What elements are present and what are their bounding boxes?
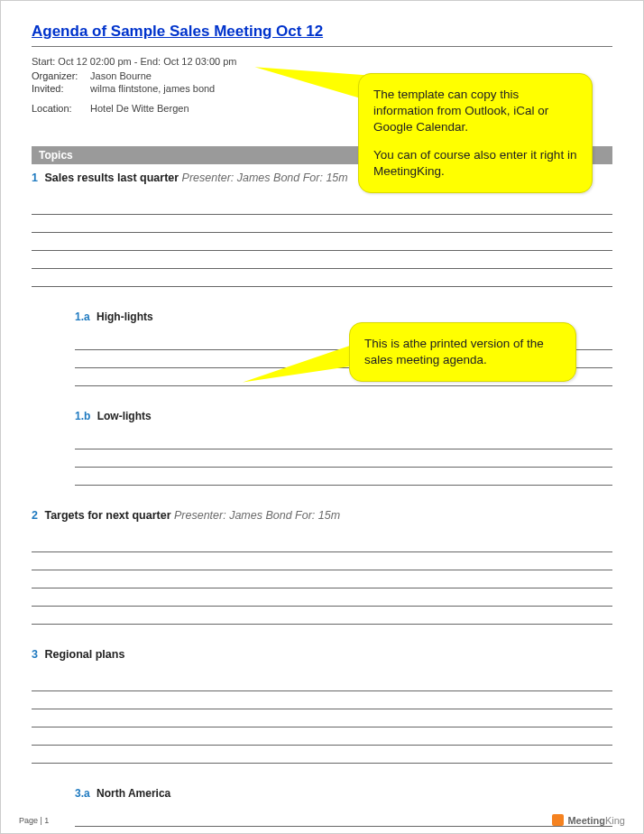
title-rule (32, 46, 612, 47)
annotation-callout: The template can copy this information f… (358, 73, 593, 193)
subtopic-title: North America (97, 787, 170, 800)
location-value: Hotel De Witte Bergen (90, 103, 189, 114)
subtopic-row: 1.b Low-lights (75, 410, 612, 422)
subtopic-number: 3.a (75, 787, 90, 800)
topic-number: 3 (32, 648, 38, 661)
callout-text: You can of course also enter it right in… (373, 147, 577, 180)
subtopic-row: 3.a North America (75, 787, 612, 800)
writing-lines (75, 431, 612, 486)
page-footer: Page | 1 MeetingKing (19, 814, 625, 826)
callout-text: The template can copy this information f… (373, 87, 577, 136)
subtopic-number: 1.b (75, 410, 90, 422)
topic-meta: Presenter: James Bond For: 15m (182, 171, 348, 184)
subtopic-row: 1.a High-lights (75, 310, 612, 323)
writing-lines (32, 673, 612, 764)
invited-value: wilma flintstone, james bond (90, 83, 215, 94)
subtopic-number: 1.a (75, 310, 90, 323)
writing-lines (32, 534, 612, 625)
page-number: Page | 1 (19, 816, 49, 825)
writing-lines (32, 197, 612, 287)
subtopic-title: Low-lights (97, 410, 152, 422)
location-label: Location: (32, 103, 87, 114)
subtopic-title: High-lights (97, 310, 153, 323)
brand-text: MeetingKing (567, 815, 625, 826)
topic-title: Sales results last quarter (44, 171, 179, 184)
topic-title: Targets for next quarter (44, 509, 170, 522)
organizer-value: Jason Bourne (90, 70, 152, 81)
annotation-callout: This is athe printed version of the sale… (349, 322, 576, 382)
invited-label: Invited: (32, 83, 87, 94)
document-title: Agenda of Sample Sales Meeting Oct 12 (32, 23, 612, 46)
topic-title: Regional plans (44, 648, 124, 661)
topic-number: 2 (32, 509, 38, 522)
meeting-datetime: Start: Oct 12 02:00 pm - End: Oct 12 03:… (32, 56, 612, 67)
topic-meta: Presenter: James Bond For: 15m (174, 509, 340, 522)
topic-row: 2 Targets for next quarter Presenter: Ja… (32, 509, 612, 522)
topic-number: 1 (32, 171, 38, 184)
organizer-label: Organizer: (32, 70, 87, 81)
brand-logo: MeetingKing (552, 814, 625, 826)
topic-row: 3 Regional plans (32, 648, 612, 661)
callout-text: This is athe printed version of the sale… (364, 336, 561, 368)
brand-icon (552, 814, 564, 826)
